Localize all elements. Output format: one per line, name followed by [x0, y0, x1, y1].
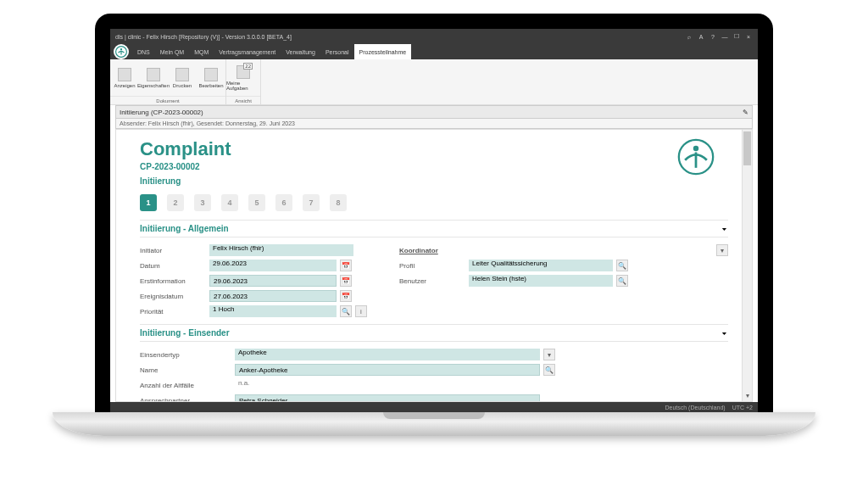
titlebar: dls | clinic - Felix Hirsch [Repository …	[110, 29, 758, 44]
section-title: Initiierung - Einsender	[140, 328, 230, 338]
document-title: Initiierung (CP-2023-00002)	[120, 109, 203, 116]
ereignis-input[interactable]	[209, 290, 337, 302]
ribbon-btn-anzeigen[interactable]: Anzeigen	[110, 59, 139, 96]
document-header: Initiierung (CP-2023-00002) ✎ Absender: …	[110, 105, 758, 129]
section-sender-header: Initiierung - Einsender ▼	[140, 324, 728, 342]
dropdown-icon[interactable]: ▾	[543, 349, 555, 360]
initiator-value: Felix Hirsch (fhir)	[209, 244, 353, 256]
menu-tab-personal[interactable]: Personal	[320, 44, 354, 59]
name-input[interactable]	[235, 364, 540, 376]
datum-label: Datum	[140, 262, 206, 270]
font-size-icon[interactable]: A	[697, 32, 705, 41]
wizard-step-1[interactable]: 1	[140, 194, 157, 211]
ribbon-group-view: 22Meine Aufgaben Ansicht	[226, 59, 261, 104]
svg-point-4	[693, 146, 698, 151]
screen-bezel: dls | clinic - Felix Hirsch [Repository …	[95, 14, 773, 412]
ribbon-group-caption: Ansicht	[226, 96, 260, 104]
laptop-base	[53, 412, 815, 436]
main-panel: ▴ ▾ Complaint CP-2023-00002 Initiierung …	[115, 129, 753, 402]
prio-value: 1 Hoch	[209, 305, 337, 317]
erstinfo-label: Erstinformation	[140, 277, 206, 285]
statusbar: Deutsch (Deutschland) UTC +2	[110, 402, 758, 412]
wizard-step-3[interactable]: 3	[194, 194, 211, 211]
app-logo-icon	[114, 44, 129, 59]
menu-tab-mein-qm[interactable]: Mein QM	[155, 44, 189, 59]
maximize-button[interactable]: ☐	[732, 32, 741, 41]
ribbon-btn-meine-aufgaben[interactable]: 22Meine Aufgaben	[226, 59, 260, 96]
koordinator-heading: Koordinator	[399, 247, 465, 254]
brand-logo-icon	[677, 138, 715, 176]
page-heading: Complaint	[140, 138, 728, 160]
menu-tab-prozessteilnahme[interactable]: Prozessteilnahme	[354, 44, 412, 59]
lookup-icon[interactable]: 🔍	[340, 305, 352, 317]
typ-value: Apotheke	[235, 349, 540, 360]
ribbon-btn-bearbeiten[interactable]: Bearbeiten	[197, 59, 225, 96]
benutzer-label: Benutzer	[399, 277, 465, 285]
ansprech-label: Ansprechpartner	[140, 397, 231, 402]
calendar-icon[interactable]: 📅	[340, 290, 352, 302]
lookup-icon[interactable]: 🔍	[543, 364, 555, 376]
edit-icon[interactable]: ✎	[743, 109, 748, 116]
name-label: Name	[140, 366, 231, 374]
calendar-icon[interactable]: 📅	[340, 260, 352, 271]
wizard-step-5[interactable]: 5	[248, 194, 265, 211]
ribbon-group-caption: Dokument	[110, 96, 225, 104]
close-button[interactable]: ×	[744, 32, 753, 41]
prio-label: Priorität	[140, 308, 206, 316]
minimize-button[interactable]: —	[721, 32, 729, 41]
ribbon-group-document: AnzeigenEigenschaftenDruckenBearbeiten D…	[110, 59, 226, 104]
section-sender-body: EinsendertypApotheke▾ Name🔍 Anzahl der A…	[140, 347, 728, 401]
search-icon[interactable]: ⌕	[685, 32, 693, 41]
document-sender-line: Absender: Felix Hirsch (fhir), Gesendet:…	[115, 119, 753, 129]
laptop-notch	[383, 412, 485, 419]
ribbon-btn-eigenschaften[interactable]: Eigenschaften	[139, 59, 168, 96]
menu-tab-dns[interactable]: DNS	[132, 44, 155, 59]
help-icon[interactable]: ?	[709, 32, 717, 41]
typ-label: Einsendertyp	[140, 351, 231, 359]
lookup-icon[interactable]: 🔍	[616, 260, 628, 271]
erstinfo-input[interactable]	[209, 275, 337, 287]
collapse-icon[interactable]: ▼	[721, 226, 728, 232]
menu-tab-mqm[interactable]: MQM	[189, 44, 214, 59]
ansprech-input[interactable]	[235, 394, 540, 401]
info-icon[interactable]: i	[355, 305, 367, 317]
wizard-steps: 12345678	[140, 194, 728, 211]
section-general-body: InitiatorFelix Hirsch (fhir) Datum29.06.…	[140, 243, 728, 319]
svg-point-1	[120, 48, 122, 50]
section-general-header: Initiierung - Allgemein ▼	[140, 220, 728, 237]
section-title: Initiierung - Allgemein	[140, 224, 229, 233]
wizard-step-8[interactable]: 8	[330, 194, 347, 211]
wizard-step-2[interactable]: 2	[167, 194, 184, 211]
laptop-frame: dls | clinic - Felix Hirsch [Repository …	[0, 0, 868, 486]
profil-label: Profil	[399, 262, 465, 270]
ereignis-label: Ereignisdatum	[140, 293, 206, 300]
profil-value: Leiter Qualitätssicherung	[469, 260, 613, 271]
complaint-id: CP-2023-00002	[140, 162, 728, 171]
initiator-label: Initiator	[140, 247, 206, 254]
benutzer-value: Helen Stein (hste)	[469, 275, 613, 287]
anzahl-value: n.a.	[235, 379, 286, 391]
timezone-indicator: UTC +2	[732, 405, 753, 411]
expand-icon[interactable]: ▾	[716, 244, 728, 256]
language-indicator[interactable]: Deutsch (Deutschland)	[665, 405, 725, 411]
datum-value: 29.06.2023	[209, 260, 337, 271]
app-title: dls | clinic - Felix Hirsch [Repository …	[115, 34, 292, 40]
wizard-step-6[interactable]: 6	[275, 194, 292, 211]
app-window: dls | clinic - Felix Hirsch [Repository …	[110, 29, 758, 412]
menu-tab-vertragsmanagement[interactable]: Vertragsmanagement	[214, 44, 281, 59]
stage-label: Initiierung	[140, 176, 728, 186]
wizard-step-4[interactable]: 4	[221, 194, 238, 211]
ribbon-btn-drucken[interactable]: Drucken	[168, 59, 197, 96]
collapse-icon[interactable]: ▼	[721, 331, 728, 336]
menubar: DNSMein QMMQMVertragsmanagementVerwaltun…	[110, 44, 758, 59]
calendar-icon[interactable]: 📅	[340, 275, 352, 287]
menu-tab-verwaltung[interactable]: Verwaltung	[281, 44, 320, 59]
wizard-step-7[interactable]: 7	[303, 194, 320, 211]
lookup-icon[interactable]: 🔍	[616, 275, 628, 287]
anzahl-label: Anzahl der Altfälle	[140, 382, 231, 389]
ribbon: AnzeigenEigenschaftenDruckenBearbeiten D…	[110, 59, 758, 105]
